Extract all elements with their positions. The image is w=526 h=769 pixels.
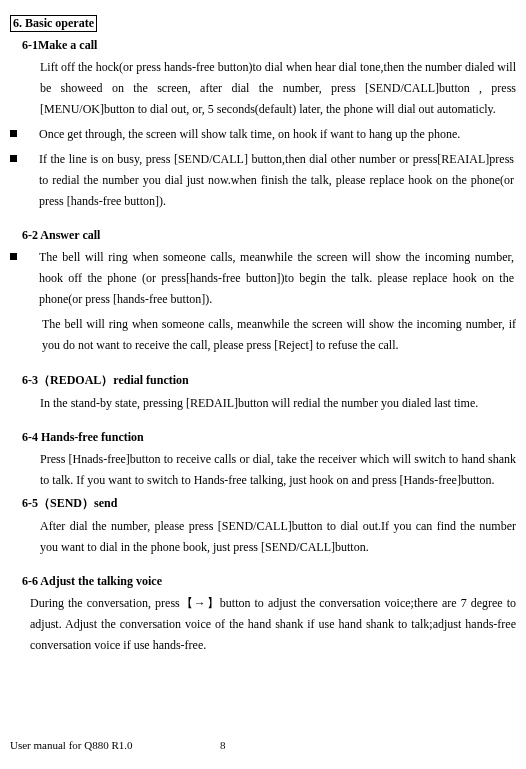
subsection-6-2-title: 6-2 Answer call: [22, 228, 516, 243]
bullet-text-6-1-b: If the line is on busy, press [SEND/CALL…: [39, 149, 516, 212]
subsection-6-5-title: 6-5（SEND）send: [22, 495, 516, 512]
subsection-6-4-title: 6-4 Hands-free function: [22, 430, 516, 445]
subsection-6-6-title: 6-6 Adjust the talking voice: [22, 574, 516, 589]
subsection-6-3-title: 6-3（REDOAL）redial function: [22, 372, 516, 389]
footer-manual-name: User manual for Q880 R1.0: [10, 739, 133, 751]
section-title: 6. Basic operate: [10, 15, 97, 32]
subsection-6-1-title: 6-1Make a call: [22, 38, 516, 53]
paragraph-6-6: During the conversation, press【→】button …: [30, 593, 516, 656]
paragraph-6-3: In the stand-by state, pressing [REDAIL]…: [40, 393, 516, 414]
bullet-icon: [10, 155, 17, 162]
paragraph-6-5: After dial the number, please press [SEN…: [40, 516, 516, 558]
page-footer: User manual for Q880 R1.0 8: [10, 739, 516, 751]
footer-page-number: 8: [220, 739, 226, 751]
bullet-text-6-1-a: Once get through, the screen will show t…: [39, 124, 516, 145]
bullet-icon: [10, 253, 17, 260]
paragraph-6-1: Lift off the hock(or press hands-free bu…: [40, 57, 516, 120]
paragraph-6-4: Press [Hnads-free]button to receive call…: [40, 449, 516, 491]
bullet-text-6-2-a: The bell will ring when someone calls, m…: [39, 247, 516, 310]
bullet-icon: [10, 130, 17, 137]
paragraph-6-2: The bell will ring when someone calls, m…: [42, 314, 516, 356]
